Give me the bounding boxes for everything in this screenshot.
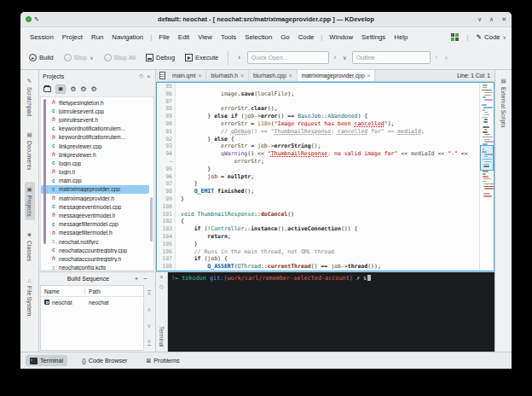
history-dropdown-icon[interactable]: ∨ (442, 55, 450, 61)
tree-item-neochat-notifyrc[interactable]: ≡neochat.notifyrc (41, 237, 153, 246)
project-file-tree[interactable]: hfiletypesingleton.hcjoinrulesevent.cpph… (40, 96, 154, 271)
execute-button[interactable]: Execute (182, 51, 222, 64)
tree-item-main-cpp[interactable]: cmain.cpp (41, 177, 153, 185)
menu-code[interactable]: Code (294, 31, 319, 44)
move-bottom-icon[interactable]: ∨ (147, 339, 152, 346)
stop-button[interactable]: − Stop ∨ (61, 51, 97, 64)
menu-session[interactable]: Session (26, 31, 58, 44)
tree-item-linkpreviewer-cpp[interactable]: clinkpreviewer.cpp (41, 142, 153, 150)
move-top-icon[interactable]: ∧ (147, 290, 152, 297)
minimap-viewport[interactable] (480, 145, 494, 172)
tree-item-matriximageprovider-cpp[interactable]: cmatriximageprovider.cpp (41, 185, 149, 194)
sidebar-tab-file-system[interactable]: ⌂File System (25, 273, 34, 321)
code-browser-toggle-button[interactable]: {} Code Browser (78, 355, 131, 366)
tree-item-login-h[interactable]: hlogin.h (41, 168, 153, 177)
tree-item-messageeventmodel-h[interactable]: hmessageeventmodel.h (41, 211, 153, 219)
menu-selection[interactable]: Selection (240, 31, 276, 44)
stop-all-button[interactable]: − Stop All (101, 51, 139, 64)
menu-project[interactable]: Project (58, 31, 87, 44)
sidebar-tab-classes[interactable]: ◈Classes (25, 227, 35, 265)
minimap-scrollbar[interactable] (479, 83, 494, 271)
minimize-button[interactable]: ∨ (477, 16, 482, 22)
column-header-path[interactable]: Path (85, 288, 104, 294)
toolbar-extender-icon[interactable]: › (234, 54, 244, 61)
close-tab-icon[interactable]: × (289, 73, 292, 79)
area-switcher-icon[interactable] (451, 33, 459, 41)
tree-item-messageeventmodel-cpp[interactable]: cmessageeventmodel.cpp (41, 202, 153, 211)
tree-item-joinrulesevent-cpp[interactable]: cjoinrulesevent.cpp (41, 107, 153, 115)
outline-back-icon[interactable]: ‹ (332, 55, 338, 61)
build-settings-icon[interactable]: ⚙ (70, 86, 76, 93)
code-text: return; (176, 233, 231, 241)
outline-dropdown-icon[interactable]: ∨ (341, 55, 349, 61)
sidebar-tab-external-scripts[interactable]: ▤ External Scripts (499, 73, 509, 132)
tree-item-messagefiltermodel-h[interactable]: hmessagefiltermodel.h (41, 229, 153, 237)
tree-item-messagefiltermodel-cpp[interactable]: cmessagefiltermodel.cpp (41, 220, 153, 229)
menu-edit[interactable]: Edit (174, 31, 194, 44)
menu-settings[interactable]: Settings (357, 31, 390, 44)
tree-item-filetypesingleton-h[interactable]: hfiletypesingleton.h (41, 98, 153, 107)
tab-blurhash-cpp[interactable]: blurhash.cpp× (249, 70, 298, 81)
menu-navigation[interactable]: Navigation (107, 31, 147, 44)
outline-input[interactable] (352, 51, 431, 64)
tree-item-neochatconfig-kcfg[interactable]: ≡neochatconfig.kcfg (41, 264, 153, 271)
close-tab-icon[interactable]: × (240, 73, 244, 79)
quick-open-input[interactable] (247, 51, 329, 64)
tree-item-linkpreviewer-h[interactable]: hlinkpreviewer.h (41, 150, 153, 159)
column-header-name[interactable]: Name (41, 288, 85, 294)
terminal-toggle-button[interactable]: Terminal (26, 355, 67, 366)
close-tab-icon[interactable]: × (199, 73, 202, 79)
tree-item-keywordnotificationrulem[interactable]: ckeywordnotificationrulem... (41, 125, 153, 133)
tree-scrollbar[interactable] (150, 197, 153, 242)
close-tab-icon[interactable]: × (367, 73, 371, 79)
menu-help[interactable]: Help (390, 31, 412, 44)
sidebar-tab-projects[interactable]: ▣Projects (25, 182, 35, 221)
add-build-item-icon[interactable]: + (132, 275, 142, 282)
tree-item-joinrulesevent-h[interactable]: hjoinrulesevent.h (41, 115, 153, 124)
menu-view[interactable]: View (194, 31, 217, 44)
problems-toggle-button[interactable]: ⊠ Problems (142, 355, 183, 366)
document-switcher-button[interactable] (156, 70, 168, 81)
move-up-icon[interactable]: ∧ (147, 307, 152, 313)
code-area-button[interactable]: ✎ Code ∨ (476, 33, 506, 41)
forward-icon[interactable]: › (434, 55, 439, 61)
tree-item-matriximageprovider-h[interactable]: hmatriximageprovider.h (41, 194, 153, 202)
menu-run[interactable]: Run (87, 31, 107, 44)
main-area: ✎Scratchpad▤Documents▣Projects◈Classes⌂F… (20, 70, 512, 352)
title-bar[interactable]: ✎ default: neochat - [ neochat:src/matri… (20, 12, 512, 27)
code-editor[interactable]: 8586 image.save(localFile);8788 errorStr… (156, 82, 494, 271)
move-down-icon[interactable]: ∨ (147, 323, 152, 329)
code-text: errorStr; (176, 158, 264, 166)
menu-file[interactable]: File (154, 31, 174, 44)
detach-terminal-icon[interactable]: ◇ (158, 283, 165, 290)
tree-item-login-cpp[interactable]: clogin.cpp (41, 159, 153, 167)
classes-icon: ◈ (26, 231, 33, 238)
filter-icon[interactable]: ⚙ (91, 86, 97, 93)
build-button[interactable]: ▸ Build (26, 51, 57, 64)
close-terminal-icon[interactable]: × (159, 274, 165, 280)
menu-go[interactable]: Go (276, 31, 293, 44)
tab-main-qml[interactable]: main.qml× (168, 70, 206, 81)
tree-item-keywordnotificationrulem[interactable]: hkeywordnotificationrulem... (41, 133, 153, 142)
tab-matriximageprovider-cpp[interactable]: matriximageprovider.cpp× (298, 70, 376, 81)
sidebar-tab-scratchpad[interactable]: ✎Scratchpad (25, 73, 35, 120)
terminal-output[interactable]: !→ tokodon git:(work/carl/remember-selec… (168, 272, 494, 352)
detach-panel-icon[interactable]: ◇ (137, 73, 145, 79)
maximize-button[interactable]: ∧ (489, 16, 494, 22)
open-project-icon[interactable] (43, 86, 51, 92)
show-targets-icon[interactable]: ▣ (55, 84, 66, 94)
remove-build-item-icon[interactable]: − (141, 275, 150, 282)
tree-item-neochataccountregistry-cpp[interactable]: cneochataccountregistry.cpp (41, 246, 153, 254)
configure-icon[interactable]: ⚙ (80, 86, 86, 93)
sidebar-tab-documents[interactable]: ▤Documents (25, 127, 35, 174)
debug-button[interactable]: Debug (142, 51, 178, 64)
close-button[interactable]: ✕ (501, 16, 506, 22)
projects-icon: ▣ (26, 186, 33, 193)
build-sequence-row[interactable]: neochatneochat (41, 297, 143, 307)
close-panel-icon[interactable]: × (145, 73, 152, 79)
tab-blurhash-h[interactable]: blurhash.h× (206, 70, 249, 81)
code-browser-button-label: Code Browser (89, 357, 128, 364)
tree-item-neochataccountregistry-h[interactable]: hneochataccountregistry.h (41, 254, 153, 263)
menu-window[interactable]: Window (325, 31, 357, 44)
menu-tools[interactable]: Tools (217, 31, 240, 44)
